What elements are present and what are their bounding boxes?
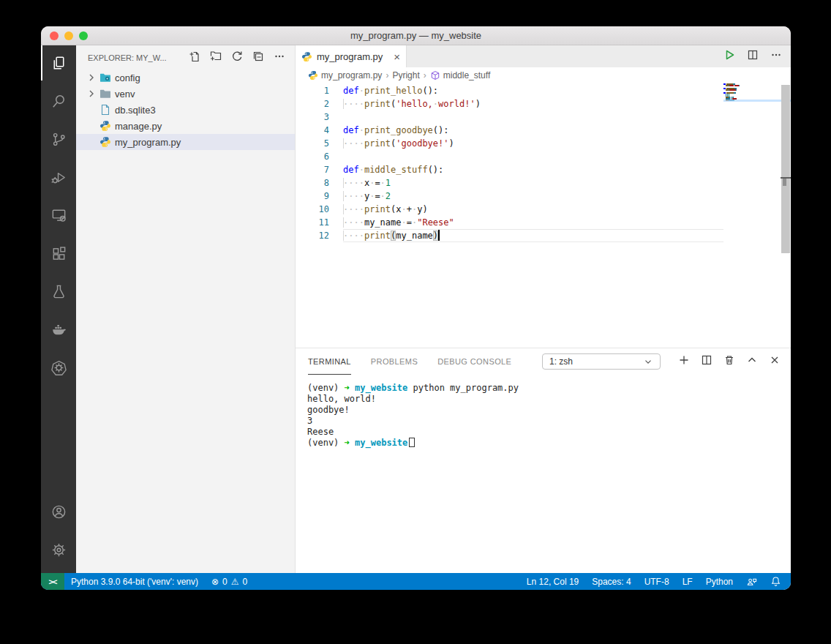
code-line-content[interactable] <box>343 150 723 163</box>
zoom-window-button[interactable] <box>79 31 88 40</box>
maximize-panel-button[interactable] <box>746 354 758 369</box>
activity-bar-item-search[interactable] <box>41 83 76 119</box>
close-window-button[interactable] <box>50 31 59 40</box>
code-line-content[interactable]: ····print('goodbye!') <box>343 137 723 150</box>
kill-terminal-button[interactable] <box>723 354 735 369</box>
activity-bar-item-run-debug[interactable] <box>41 160 76 195</box>
line-number[interactable]: 4 <box>296 124 329 137</box>
line-number[interactable]: 12 <box>296 229 329 242</box>
code-line-3[interactable]: 3 <box>296 111 723 124</box>
line-number[interactable]: 8 <box>296 176 329 190</box>
code-line-2[interactable]: 2····print('hello,·world!') <box>296 97 723 111</box>
new-terminal-button[interactable] <box>678 354 690 369</box>
code-line-11[interactable]: 11····my_name·=·"Reese" <box>296 216 723 229</box>
code-line-12[interactable]: 12····print(my_name) <box>296 229 723 242</box>
activity-bar-item-settings-gear[interactable] <box>41 532 76 567</box>
code-line-9[interactable]: 9····y·=·2 <box>296 190 723 203</box>
activity-bar-item-remote-explorer[interactable] <box>41 198 76 233</box>
search-icon <box>50 93 67 110</box>
editor-scrollbar[interactable] <box>781 83 791 348</box>
code-line-content[interactable]: ····print(my_name) <box>343 229 723 242</box>
activity-bar-item-account[interactable] <box>41 494 76 529</box>
line-number[interactable]: 5 <box>296 137 329 150</box>
file-row-config[interactable]: config <box>76 70 295 86</box>
line-number[interactable]: 1 <box>296 84 329 97</box>
minimap[interactable] <box>723 83 781 348</box>
scrollbar-thumb[interactable] <box>781 85 790 253</box>
code-line-content[interactable] <box>343 111 723 124</box>
line-number[interactable]: 9 <box>296 190 329 203</box>
code-line-content[interactable]: ····print(x·+·y) <box>343 203 723 216</box>
panel-tab-problems[interactable]: PROBLEMS <box>371 348 418 375</box>
status-feedback[interactable] <box>740 573 764 590</box>
code-line-8[interactable]: 8····x·=·1 <box>296 176 723 190</box>
split-terminal-button[interactable] <box>701 354 712 369</box>
file-row-manage.py[interactable]: manage.py <box>76 118 295 134</box>
collapse-folders-button[interactable] <box>252 50 264 65</box>
code-line-content[interactable]: ····print('hello,·world!') <box>343 97 723 111</box>
line-number[interactable]: 7 <box>296 163 329 176</box>
activity-bar-item-kubernetes[interactable] <box>41 350 76 385</box>
file-row-my_program.py[interactable]: my_program.py <box>76 134 295 150</box>
remote-indicator[interactable]: >< <box>41 573 64 590</box>
split-editor-icon <box>747 49 759 61</box>
code-line-content[interactable]: def·print_goodbye(): <box>343 124 723 137</box>
refresh-explorer-button[interactable] <box>231 50 243 65</box>
file-row-venv[interactable]: venv <box>76 86 295 102</box>
line-number[interactable]: 3 <box>296 111 329 124</box>
status-notifications-bell[interactable] <box>764 573 788 590</box>
more-actions-button[interactable] <box>770 49 782 64</box>
run-file-button[interactable] <box>723 49 735 64</box>
breadcrumb-item-Pyright[interactable]: Pyright <box>392 70 419 80</box>
editor-tab-my_program[interactable]: my_program.py × <box>296 45 407 67</box>
code-line-content[interactable]: def·middle_stuff(): <box>343 163 723 176</box>
line-number[interactable]: 11 <box>296 216 329 229</box>
code-line-10[interactable]: 10····print(x·+·y) <box>296 203 723 216</box>
more-actions-icon <box>770 49 782 61</box>
run-file-icon <box>723 49 735 61</box>
terminal-session-select[interactable]: 1: zsh <box>542 353 661 370</box>
activity-bar-item-docker[interactable] <box>41 312 76 347</box>
activity-bar-item-extensions[interactable] <box>41 236 76 271</box>
line-number[interactable]: 6 <box>296 150 329 163</box>
close-panel-button[interactable] <box>769 354 781 369</box>
new-folder-button[interactable] <box>210 50 222 65</box>
code-line-content[interactable]: ····y·=·2 <box>343 190 723 203</box>
file-row-db.sqlite3[interactable]: db.sqlite3 <box>76 102 295 118</box>
code-line-6[interactable]: 6 <box>296 150 723 163</box>
status-indentation[interactable]: Spaces: 4 <box>585 573 637 590</box>
chevron-right-icon[interactable] <box>86 72 97 83</box>
line-number[interactable]: 10 <box>296 203 329 216</box>
status-cursor-position[interactable]: Ln 12, Col 19 <box>520 573 585 590</box>
status-eol[interactable]: LF <box>676 573 699 590</box>
new-file-button[interactable] <box>189 50 200 65</box>
panel-tab-terminal[interactable]: TERMINAL <box>308 348 351 375</box>
status-python-interpreter[interactable]: Python 3.9.0 64-bit ('venv': venv) <box>64 573 205 590</box>
activity-bar-item-source-control[interactable] <box>41 121 76 157</box>
panel-tab-debug-console[interactable]: DEBUG CONSOLE <box>437 348 511 375</box>
status-encoding[interactable]: UTF-8 <box>638 573 676 590</box>
chevron-right-icon[interactable] <box>86 88 97 100</box>
minimize-window-button[interactable] <box>64 31 73 40</box>
line-number[interactable]: 2 <box>296 97 329 111</box>
code-line-content[interactable]: ····x·=·1 <box>343 176 723 190</box>
terminal-output[interactable]: (venv) ➜ my_website python my_program.py… <box>296 375 791 573</box>
code-line-4[interactable]: 4def·print_goodbye(): <box>296 124 723 137</box>
status-problems[interactable]: ⊗0⚠0 <box>205 573 254 590</box>
terminal-text: python my_program.py <box>407 383 519 393</box>
code-line-content[interactable]: def·print_hello(): <box>343 84 723 97</box>
code-line-content[interactable]: ····my_name·=·"Reese" <box>343 216 723 229</box>
breadcrumb-item-my_program.py[interactable]: my_program.py <box>308 70 382 80</box>
activity-bar-item-testing[interactable] <box>41 274 76 309</box>
kubernetes-icon <box>50 359 67 376</box>
breadcrumb-item-middle_stuff[interactable]: middle_stuff <box>430 70 490 80</box>
activity-bar-item-files[interactable] <box>41 45 76 80</box>
code-line-1[interactable]: 1def·print_hello(): <box>296 84 723 97</box>
split-editor-button[interactable] <box>747 49 759 64</box>
status-language-mode[interactable]: Python <box>699 573 740 590</box>
code-line-7[interactable]: 7def·middle_stuff(): <box>296 163 723 176</box>
close-tab-icon[interactable]: × <box>394 51 400 62</box>
code-editor[interactable]: 1def·print_hello():2····print('hello,·wo… <box>296 83 791 348</box>
more-actions-button[interactable] <box>274 50 285 65</box>
code-line-5[interactable]: 5····print('goodbye!') <box>296 137 723 150</box>
